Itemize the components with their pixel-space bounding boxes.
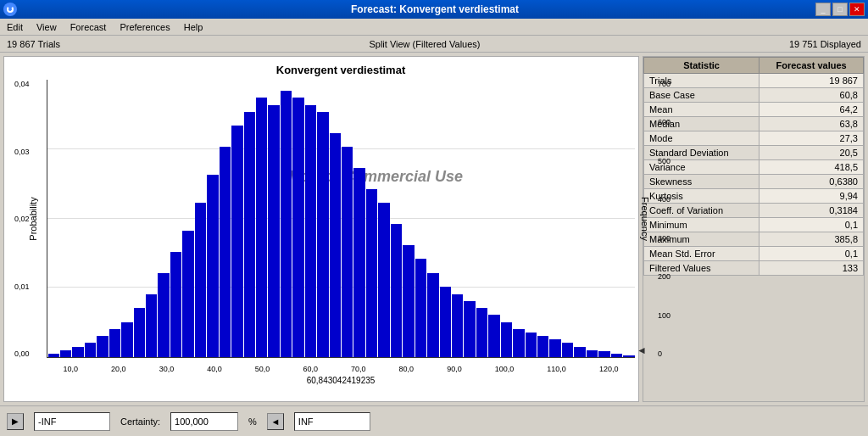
stats-value: 133	[760, 261, 864, 276]
stats-value: 20,5	[760, 146, 864, 160]
histogram-bar	[207, 175, 218, 357]
certainty-input[interactable]	[170, 412, 238, 431]
stats-value: 0,3184	[760, 204, 864, 218]
stats-value: 418,5	[760, 160, 864, 175]
histogram-bar	[623, 355, 634, 357]
stats-value: 19 867	[760, 74, 864, 88]
histogram-bar	[611, 354, 622, 357]
col-header-values: Forecast values	[760, 58, 864, 74]
histogram-bar	[97, 336, 108, 357]
histogram-bar	[403, 245, 414, 357]
histogram: Not for Commercial Use	[47, 80, 635, 358]
histogram-bar	[48, 354, 59, 357]
certainty-label: Certainty:	[120, 416, 160, 427]
stats-value: 9,94	[760, 189, 864, 204]
histogram-bar	[195, 203, 206, 357]
app-icon	[3, 3, 17, 16]
histogram-bar	[134, 308, 145, 357]
histogram-bar	[526, 333, 537, 357]
histogram-bar	[317, 112, 328, 357]
right-bound-input[interactable]	[294, 412, 370, 431]
arrow-left-button[interactable]: ◄	[267, 413, 284, 430]
y-axis-ticks: 0,04 0,03 0,02 0,01 0,00	[14, 80, 30, 358]
histogram-bar	[72, 347, 83, 357]
histogram-bar	[342, 147, 353, 357]
histogram-bar	[488, 315, 499, 357]
histogram-bar	[146, 294, 157, 357]
histogram-bar	[158, 273, 169, 357]
y-axis-right-label: Frequency	[640, 197, 650, 241]
histogram-bar	[268, 105, 279, 357]
histogram-bar	[170, 252, 181, 357]
histogram-bar	[281, 91, 292, 357]
histogram-bar	[513, 329, 524, 357]
histogram-bar	[427, 273, 438, 357]
status-bar: 19 867 Trials Split View (Filtered Value…	[0, 36, 868, 53]
histogram-bar	[60, 350, 71, 357]
histogram-bar	[366, 189, 377, 357]
histogram-bar	[353, 168, 364, 357]
histogram-bar	[549, 339, 560, 357]
histogram-bar	[378, 203, 389, 357]
histogram-bar	[182, 231, 193, 357]
chart-title: Konvergent verdiestimat	[47, 64, 635, 76]
histogram-bar	[256, 98, 267, 357]
col-header-statistic: Statistic	[644, 58, 760, 74]
histogram-bar	[574, 347, 585, 357]
histogram-bar	[464, 301, 475, 357]
left-bound-input[interactable]	[34, 412, 110, 431]
histogram-bar	[220, 147, 231, 357]
scroll-right-arrow[interactable]: ◄	[637, 344, 647, 356]
menu-edit[interactable]: Edit	[3, 21, 26, 33]
histogram-bar	[476, 308, 487, 357]
stats-panel: Statistic Forecast values Trials19 867Ba…	[643, 56, 865, 402]
histogram-bar	[231, 126, 242, 357]
menu-help[interactable]: Help	[181, 21, 207, 33]
menu-preferences[interactable]: Preferences	[116, 21, 173, 33]
histogram-bar	[452, 294, 463, 357]
histogram-bar	[598, 351, 609, 357]
menu-forecast[interactable]: Forecast	[67, 21, 110, 33]
histogram-bar	[440, 287, 451, 357]
histogram-bar	[501, 322, 512, 357]
stats-value: 0,1	[760, 247, 864, 261]
histogram-bar	[562, 343, 573, 357]
x-axis-ticks: 10,0 20,0 30,0 40,0 50,0 60,0 70,0 80,0 …	[47, 365, 635, 373]
histogram-bar	[121, 322, 132, 357]
title-bar: Forecast: Konvergent verdiestimat _ □ ✕	[0, 0, 868, 19]
stats-value: 385,8	[760, 232, 864, 247]
maximize-button[interactable]: □	[832, 3, 848, 16]
histogram-bar	[537, 336, 548, 357]
menu-view[interactable]: View	[33, 21, 60, 33]
play-button[interactable]: ▶	[7, 413, 24, 430]
stats-value: 63,8	[760, 117, 864, 131]
histogram-bar	[305, 105, 316, 357]
stats-value: 60,8	[760, 88, 864, 103]
window-title: Forecast: Konvergent verdiestimat	[54, 3, 815, 15]
stats-value: 27,3	[760, 131, 864, 146]
y-axis-right-ticks: 700 600 500 400 300 200 100 0	[658, 80, 670, 358]
stats-table: Statistic Forecast values Trials19 867Ba…	[643, 57, 864, 276]
stats-value: 0,6380	[760, 175, 864, 189]
histogram-bar	[292, 98, 303, 357]
trials-count: 19 867 Trials	[7, 39, 60, 49]
window-controls: _ □ ✕	[815, 3, 865, 16]
split-view-label: Split View (Filtered Values)	[369, 39, 480, 49]
minimize-button[interactable]: _	[815, 3, 831, 16]
histogram-bar	[85, 343, 96, 357]
bottom-bar: ▶ Certainty: % ◄	[0, 405, 868, 436]
stats-value: 64,2	[760, 103, 864, 117]
menu-bar: Edit View Forecast Preferences Help	[0, 19, 868, 36]
percent-symbol: %	[248, 416, 257, 427]
main-content: Konvergent verdiestimat Probability Freq…	[0, 53, 868, 405]
displayed-count: 19 751 Displayed	[789, 39, 861, 49]
histogram-bar	[330, 133, 341, 357]
stats-value: 0,1	[760, 218, 864, 232]
histogram-bar	[244, 112, 255, 357]
histogram-bar	[587, 350, 598, 357]
x-center-label: 60,843042419235	[47, 376, 635, 385]
close-button[interactable]: ✕	[849, 3, 865, 16]
chart-inner: Probability Frequency 0,04 0,03 0,02 0,0…	[47, 80, 635, 358]
histogram-bar	[109, 329, 120, 357]
histogram-bar	[415, 259, 426, 357]
